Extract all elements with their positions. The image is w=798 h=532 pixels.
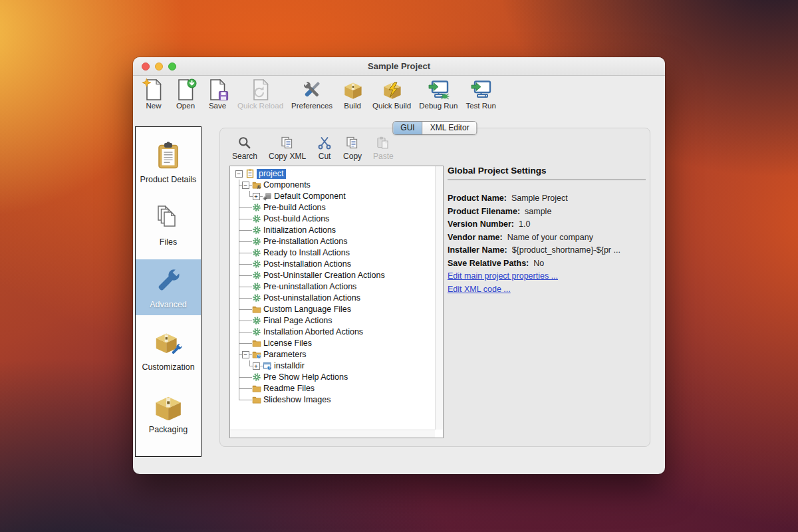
zoom-window-button[interactable] [168, 63, 176, 70]
settings-property-row: Version Number:1.0 [448, 219, 646, 233]
tree-node-post-installation-actions[interactable]: Post-installation Actions [232, 259, 434, 270]
edit-button-paste[interactable]: Paste [373, 136, 394, 161]
tree-node-license-files[interactable]: License Files [232, 338, 434, 349]
svg-text:?: ? [258, 355, 260, 358]
toolbar-button-label: Save [209, 102, 226, 110]
toolbar-button-save[interactable]: Save [205, 78, 229, 110]
tree-node-pre-build-actions[interactable]: Pre-build Actions [232, 202, 434, 213]
toolbar-button-label: Preferences [291, 102, 332, 110]
tree-node-label: installdir [274, 361, 305, 371]
files-icon [154, 203, 183, 233]
clipboard-icon [154, 141, 183, 170]
settings-property-label: Save Relative Paths: [448, 259, 529, 268]
sidebar-item-advanced[interactable]: Advanced [136, 259, 201, 315]
minimize-window-button[interactable] [155, 63, 163, 70]
tree-node-label: Post-installation Actions [263, 259, 351, 269]
tree-node-label: Installation Aborted Actions [263, 327, 363, 337]
tree-node-label: Initialization Actions [263, 225, 336, 235]
settings-link-edit-main-project-properties[interactable]: Edit main project properties ... [448, 271, 646, 285]
toolbar-button-quick-reload[interactable]: Quick Reload [237, 78, 283, 110]
settings-property-row: Vendor name:Name of your company [448, 233, 646, 246]
tree-node-initialization-actions[interactable]: Initialization Actions [232, 225, 434, 236]
global-project-settings-panel: Global Project Settings Product Name:Sam… [448, 166, 646, 297]
sidebar-item-label: Packaging [149, 425, 188, 434]
tree-node-post-build-actions[interactable]: Post-build Actions [232, 213, 434, 225]
box-icon [154, 391, 183, 420]
toolbar-button-debug-run[interactable]: Debug Run [419, 78, 458, 110]
tree-node-readme-files[interactable]: Readme Files [232, 383, 434, 394]
sidebar-item-label: Customization [142, 362, 194, 372]
folder-question-icon: ? [252, 350, 261, 359]
tree-node-label: Pre-installation Actions [263, 237, 347, 247]
tree-horizontal-scrollbar[interactable] [230, 430, 435, 438]
svg-text:?: ? [269, 366, 271, 370]
close-window-button[interactable] [142, 63, 150, 70]
view-tab-xml-editor[interactable]: XML Editor [423, 122, 477, 134]
tree-node-installdir[interactable]: +?installdir [232, 360, 434, 372]
sidebar-item-customization[interactable]: Customization [136, 319, 201, 381]
debug-run-icon [426, 78, 450, 102]
sidebar-item-files[interactable]: Files [136, 194, 201, 256]
settings-property-value: 1.0 [519, 219, 530, 229]
gear-icon [252, 214, 261, 223]
tree-node-post-uninstaller-creation-actions[interactable]: Post-Uninstaller Creation Actions [232, 270, 434, 281]
settings-property-row: Product Name:Sample Project [448, 194, 646, 207]
copy-xml-icon [280, 136, 295, 150]
edit-button-label: Paste [373, 152, 394, 161]
tree-vertical-scrollbar[interactable] [435, 166, 443, 430]
tree-node-ready-to-install-actions[interactable]: Ready to Install Actions [232, 247, 434, 259]
edit-button-copy-xml[interactable]: Copy XML [269, 136, 306, 161]
tree-node-post-uninstallation-actions[interactable]: Post-uninstallation Actions [232, 293, 434, 304]
box-wrench-icon [154, 329, 183, 358]
gear-icon [252, 259, 261, 269]
toolbar-button-quick-build[interactable]: Quick Build [372, 78, 411, 110]
settings-property-label: Installer Name: [448, 245, 507, 255]
view-tab-gui[interactable]: GUI [393, 122, 422, 134]
toolbar-button-new[interactable]: New [142, 78, 166, 110]
expand-toggle-icon[interactable]: + [253, 193, 260, 200]
toolbar-button-label: Quick Reload [237, 102, 283, 110]
tree-node-parameters[interactable]: −?Parameters [232, 349, 434, 360]
toolbar-button-test-run[interactable]: Test Run [466, 78, 495, 110]
collapse-toggle-icon[interactable]: − [242, 351, 249, 358]
sidebar-item-packaging[interactable]: Packaging [136, 381, 201, 444]
tree-node-slideshow-images[interactable]: Slideshow Images [232, 394, 434, 406]
window-titlebar[interactable]: Sample Project [133, 57, 665, 76]
open-document-icon [174, 78, 198, 102]
settings-link-edit-xml-code[interactable]: Edit XML code ... [448, 285, 646, 298]
tree-node-custom-language-files[interactable]: Custom Language Files [232, 304, 434, 315]
sidebar-item-product-details[interactable]: Product Details [136, 131, 201, 194]
toolbar-button-label: Open [176, 102, 195, 110]
toolbar-button-label: New [146, 102, 161, 110]
collapse-toggle-icon[interactable]: − [242, 182, 249, 189]
edit-button-copy[interactable]: Copy [343, 136, 362, 161]
toolbar-button-open[interactable]: Open [174, 78, 198, 110]
edit-button-label: Copy XML [269, 152, 306, 161]
settings-property-value: ${product_shortname}-${pr ... [512, 245, 620, 255]
copy-icon [345, 136, 360, 150]
new-document-icon [142, 78, 166, 102]
main-toolbar: NewOpenSaveQuick ReloadPreferencesBuildQ… [142, 78, 496, 110]
expand-toggle-icon[interactable]: + [253, 362, 260, 370]
tree-node-pre-show-help-actions[interactable]: Pre Show Help Actions [232, 372, 434, 383]
collapse-toggle-icon[interactable]: − [235, 170, 243, 178]
toolbar-button-preferences[interactable]: Preferences [291, 78, 332, 110]
tree-node-pre-installation-actions[interactable]: Pre-installation Actions [232, 236, 434, 247]
tree-node-components[interactable]: −Components [232, 180, 434, 191]
settings-divider [448, 180, 646, 180]
build-box-icon [340, 78, 364, 102]
tree-node-default-component[interactable]: +Default Component [232, 191, 434, 202]
tree-node-label: Ready to Install Actions [263, 248, 350, 258]
tree-node-final-page-actions[interactable]: Final Page Actions [232, 315, 434, 327]
quick-reload-icon [249, 78, 273, 102]
gear-icon [252, 282, 261, 291]
edit-button-search[interactable]: Search [232, 136, 257, 161]
toolbar-button-build[interactable]: Build [340, 78, 364, 110]
gear-icon [252, 293, 261, 303]
tree-node-pre-uninstallation-actions[interactable]: Pre-uninstallation Actions [232, 281, 434, 293]
settings-property-row: Installer Name:${product_shortname}-${pr… [448, 245, 646, 259]
settings-links: Edit main project properties ...Edit XML… [448, 271, 646, 297]
tree-node-project[interactable]: −project [232, 168, 434, 180]
edit-button-cut[interactable]: Cut [317, 136, 332, 161]
tree-node-installation-aborted-actions[interactable]: Installation Aborted Actions [232, 327, 434, 338]
